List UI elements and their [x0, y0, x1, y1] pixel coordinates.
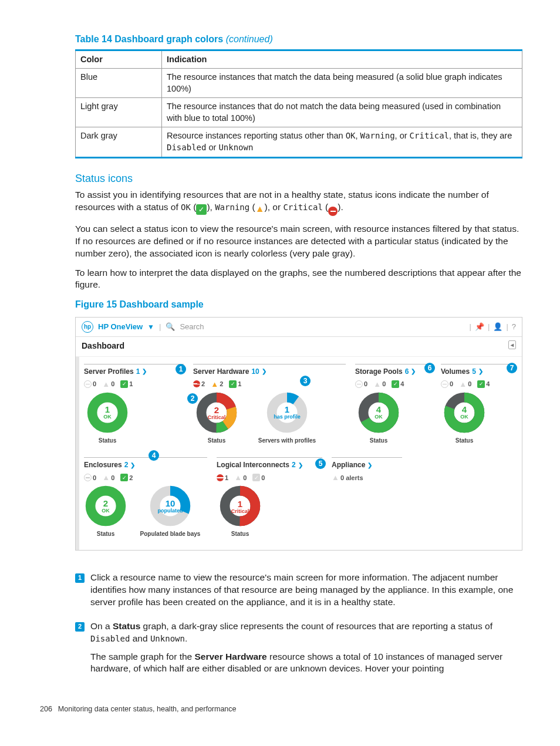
user-icon[interactable]: 👤 [493, 322, 502, 332]
critical-icon [217, 474, 224, 481]
status-counts[interactable]: 2 ▲2 1 [193, 380, 346, 389]
figure-notes: 1 Click a resource name to view the reso… [75, 572, 522, 681]
card-enclosures: 4 Enclosures 2 ❯ 0 ▲0 2 [84, 457, 207, 538]
populated-donut: 10populated [149, 484, 192, 528]
note-1-text: Click a resource name to view the resour… [90, 572, 522, 609]
unknown-icon [84, 380, 92, 388]
status-icons-heading: Status icons [75, 171, 522, 185]
card-server-hardware: 2 3 Server Hardware 10 ❯ 2 ▲2 1 [193, 364, 346, 445]
ok-icon [252, 474, 260, 481]
card-volumes: 7 Volumes 5 ❯ 0 ▲0 4 [441, 364, 511, 445]
callout-4: 4 [149, 450, 159, 461]
card-title[interactable]: Storage Pools 6 ❯ [355, 367, 431, 376]
warning-icon: ▲ [211, 380, 218, 388]
status-counts[interactable]: 0 ▲0 4 [355, 380, 431, 389]
status-counts[interactable]: 0 ▲0 1 [84, 380, 184, 389]
callout-5: 5 [315, 458, 326, 469]
hp-logo-icon: hp [82, 321, 93, 333]
th-indication: Indication [162, 50, 522, 69]
chevron-right-icon[interactable]: ❯ [367, 461, 372, 470]
warning-icon: ▲ [102, 474, 110, 481]
color-table: Color Indication Blue The resource insta… [75, 49, 522, 158]
cell-ind: Resource instances reporting status othe… [162, 127, 522, 157]
donut-caption: Status [456, 437, 474, 445]
chevron-right-icon[interactable]: ❯ [142, 367, 147, 376]
card-server-profiles: 1 Server Profiles 1 ❯ 0 ▲0 1 [84, 364, 184, 445]
card-title[interactable]: Volumes 5 ❯ [441, 367, 511, 376]
pin-icon[interactable]: 📌 [475, 322, 484, 332]
donut-caption: Status [231, 530, 249, 538]
unknown-icon [84, 474, 92, 481]
donut-caption: Status [97, 530, 115, 538]
note-number-1: 1 [75, 573, 85, 583]
warning-icon: ▲ [102, 380, 110, 388]
card-logical-interconnects: 5 Logical Interconnects 2 ❯ 1 ▲0 0 [217, 457, 322, 538]
status-counts[interactable]: 0 ▲0 2 [84, 474, 207, 482]
critical-icon [328, 207, 338, 216]
status-donut: 4OK [443, 391, 486, 434]
unknown-icon [355, 380, 363, 388]
callout-3: 3 [300, 376, 311, 386]
warning-icon: ▲ [255, 204, 265, 214]
search-placeholder[interactable]: Search [180, 322, 204, 332]
callout-2: 2 [187, 393, 198, 404]
profile-donut: 1has profile [265, 391, 309, 434]
ok-icon [229, 380, 237, 388]
card-title[interactable]: Appliance ❯ [332, 460, 402, 470]
card-appliance: Appliance ❯ ▲0 alerts [332, 457, 402, 538]
status-donut: 2Critical [195, 391, 238, 434]
chevron-right-icon[interactable]: ❯ [478, 367, 483, 376]
callout-6: 6 [424, 363, 435, 373]
dashboard-subheader: Dashboard ◂ [76, 337, 522, 357]
donut-caption: Populated blade bays [140, 530, 201, 538]
app-topbar: hp HP OneView ▼ | 🔍 Search | 📌 | 👤 | ? [76, 318, 522, 337]
chevron-right-icon[interactable]: ❯ [130, 461, 135, 470]
cell-color: Dark gray [76, 127, 162, 157]
card-title[interactable]: Enclosures 2 ❯ [84, 460, 207, 470]
chevron-right-icon[interactable]: ❯ [298, 461, 303, 470]
status-donut: 1Critical [218, 484, 262, 528]
warning-icon: ▲ [459, 380, 467, 388]
alerts-line[interactable]: ▲0 alerts [332, 474, 402, 482]
donut-caption: Status [208, 437, 226, 445]
cell-ind: The resource instances that match the da… [162, 69, 522, 98]
ok-icon [392, 380, 399, 388]
warning-icon: ▲ [234, 474, 242, 481]
search-icon[interactable]: 🔍 [166, 322, 175, 332]
critical-icon [193, 380, 200, 387]
collapse-panel-icon[interactable]: ◂ [508, 340, 516, 350]
donut-caption: Status [370, 437, 388, 445]
figure-caption: Figure 15 Dashboard sample [75, 298, 522, 311]
help-icon[interactable]: ? [512, 322, 516, 332]
warning-icon: ▲ [373, 380, 381, 388]
ok-icon [120, 474, 128, 481]
chevron-right-icon[interactable]: ❯ [262, 367, 266, 376]
cell-ind: The resource instances that do not match… [162, 98, 522, 127]
status-donut: 4OK [357, 391, 400, 434]
status-paragraph-1: To assist you in identifying resources t… [75, 189, 522, 216]
brand-label: HP OneView [98, 322, 143, 332]
th-color: Color [76, 50, 162, 69]
status-donut: 2OK [84, 484, 127, 528]
dashboard-figure: hp HP OneView ▼ | 🔍 Search | 📌 | 👤 | ? D… [75, 317, 522, 551]
donut-caption: Servers with profiles [258, 437, 316, 445]
table-caption: Table 14 Dashboard graph colors (continu… [75, 33, 522, 46]
status-counts[interactable]: 0 ▲0 4 [441, 380, 511, 389]
donut-caption: Status [99, 437, 117, 445]
chevron-down-icon[interactable]: ▼ [147, 322, 154, 332]
unknown-icon [441, 380, 448, 388]
page-footer: 206Monitoring data center status, health… [40, 704, 522, 714]
note-2-text-a: On a Status graph, a dark-gray slice rep… [90, 620, 522, 645]
ok-icon [477, 380, 485, 388]
card-storage-pools: 6 Storage Pools 6 ❯ 0 ▲0 4 [355, 364, 431, 445]
ok-icon [120, 380, 128, 388]
chevron-right-icon[interactable]: ❯ [411, 367, 416, 376]
status-paragraph-3: To learn how to interpret the data displ… [75, 267, 522, 292]
card-title[interactable]: Server Profiles 1 ❯ [84, 367, 184, 376]
cell-color: Light gray [76, 98, 162, 127]
card-title[interactable]: Server Hardware 10 ❯ [193, 367, 346, 376]
cell-color: Blue [76, 69, 162, 98]
note-number-2: 2 [75, 622, 85, 632]
card-title[interactable]: Logical Interconnects 2 ❯ [217, 460, 322, 470]
status-counts[interactable]: 1 ▲0 0 [217, 474, 322, 482]
